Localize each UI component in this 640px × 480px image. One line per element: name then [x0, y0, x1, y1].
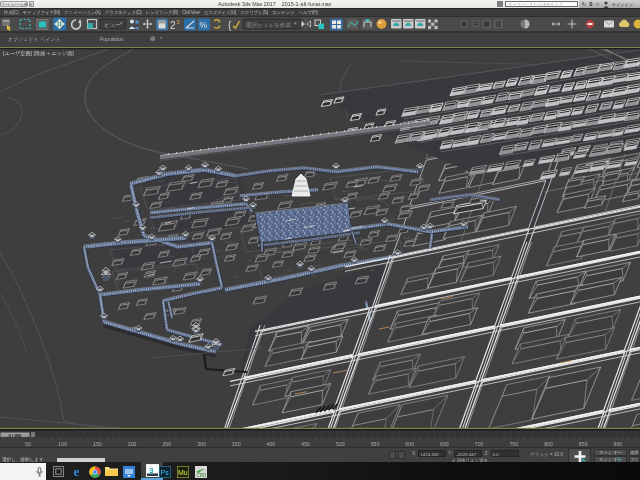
svg-text:Mu: Mu — [178, 469, 188, 476]
svg-text:750: 750 — [509, 441, 518, 447]
svg-text:500: 500 — [336, 441, 345, 447]
svg-text:2: 2 — [170, 20, 176, 31]
svg-text:900: 900 — [614, 441, 623, 447]
svg-text:CRD: CRD — [196, 473, 206, 478]
svg-text:50: 50 — [25, 441, 31, 447]
svg-text:200: 200 — [128, 441, 137, 447]
svg-text:450: 450 — [301, 441, 310, 447]
svg-text:850: 850 — [579, 441, 588, 447]
svg-text:選択セットを作成: 選択セットを作成 — [246, 21, 291, 28]
svg-text:600: 600 — [405, 441, 414, 447]
svg-text:%: % — [200, 20, 208, 30]
svg-text:[ユーザ定義] [陰線 + エッジ面]: [ユーザ定義] [陰線 + エッジ面] — [3, 50, 74, 57]
svg-text:Ps: Ps — [160, 469, 169, 476]
svg-text:550: 550 — [371, 441, 380, 447]
svg-text:800: 800 — [544, 441, 553, 447]
svg-text:150: 150 — [93, 441, 102, 447]
svg-text:ビュー: ビュー — [104, 22, 121, 28]
svg-text:300: 300 — [197, 441, 206, 447]
svg-text:250: 250 — [162, 441, 171, 447]
svg-text:650: 650 — [440, 441, 449, 447]
svg-text:3: 3 — [177, 19, 180, 25]
svg-text:350: 350 — [232, 441, 241, 447]
svg-text:700: 700 — [475, 441, 484, 447]
svg-text:100: 100 — [58, 441, 67, 447]
svg-text:3: 3 — [149, 465, 154, 474]
svg-text:400: 400 — [267, 441, 276, 447]
